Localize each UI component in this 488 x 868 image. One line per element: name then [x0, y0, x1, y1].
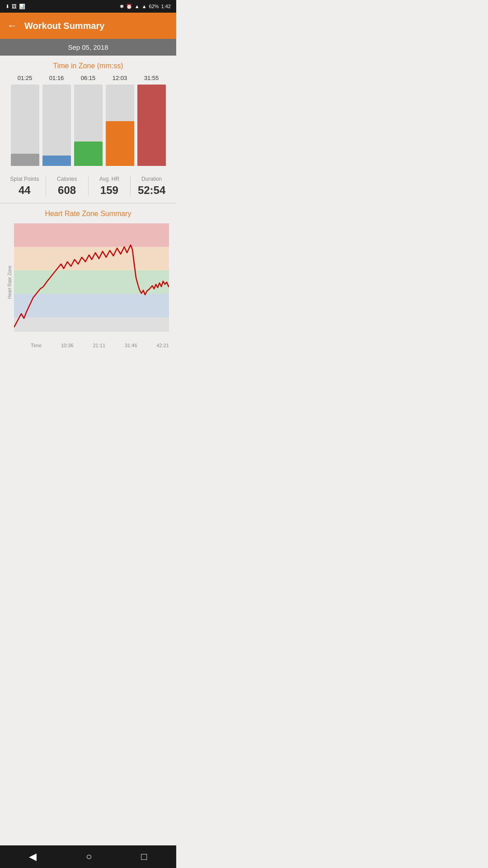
status-left-icons: ⬇ 🖼 📊: [5, 4, 25, 9]
y-axis-label: Heart Rate Zone: [7, 228, 12, 336]
status-right-icons: ✱ ⏰ ▲ ▲ 62% 1:42: [120, 4, 171, 9]
avg-hr-label: Avg. HR: [99, 176, 119, 182]
x-label-4221: 42:21: [156, 343, 169, 348]
zone5-bar: 31:55: [137, 85, 166, 166]
avg-hr-value: 159: [100, 184, 118, 197]
zone3-bar: 06:15: [74, 85, 103, 166]
zone2-fill: [42, 156, 71, 166]
x-axis-labels: Time 10:36 21:11 31:46 42:21: [20, 341, 169, 350]
splat-points-stat: Splat Points 44: [4, 176, 46, 197]
back-button[interactable]: ←: [7, 20, 17, 32]
zone1-label: 01:25: [11, 75, 39, 81]
zone2-bar: 01:16: [42, 85, 71, 166]
zone1-bar: 01:25: [11, 85, 39, 166]
bluetooth-icon: ✱: [120, 4, 124, 9]
zone5-label: 31:55: [137, 75, 166, 81]
alarm-icon: ⏰: [126, 4, 132, 9]
bar-chart: 01:25 01:16 06:15 12:03: [7, 75, 169, 166]
wifi-icon: ▲: [135, 4, 140, 9]
battery-label: 62%: [149, 4, 159, 9]
zone2-label: 01:16: [42, 75, 71, 81]
splat-points-value: 44: [19, 184, 31, 197]
chart-icon: 📊: [19, 4, 25, 9]
time-label: 1:42: [161, 4, 171, 9]
zone5-fill: [137, 85, 166, 166]
x-label-3146: 31:46: [125, 343, 137, 348]
calories-stat: Calories 608: [46, 176, 88, 197]
zone3-fill: [74, 142, 103, 166]
hr-zone-section: Heart Rate Zone Summary Heart Rate Zone …: [0, 203, 176, 352]
image-icon: 🖼: [12, 4, 17, 9]
x-label-1036: 10:36: [61, 343, 74, 348]
hr-chart-svg: [14, 223, 169, 341]
svg-rect-3: [14, 294, 169, 317]
splat-points-label: Splat Points: [10, 176, 39, 182]
zone4-bar: 12:03: [106, 85, 134, 166]
avg-hr-stat: Avg. HR 159: [89, 176, 131, 197]
stats-row: Splat Points 44 Calories 608 Avg. HR 159…: [0, 170, 176, 203]
zone4-label: 12:03: [106, 75, 134, 81]
x-label-2111: 21:11: [93, 343, 105, 348]
x-label-time: Time: [31, 343, 42, 348]
page-title: Workout Summary: [24, 21, 104, 31]
header: ← Workout Summary: [0, 13, 176, 39]
time-in-zone-section: Time in Zone (mm:ss) 01:25 01:16 06:15: [0, 56, 176, 170]
zone1-fill: [11, 154, 39, 166]
date-bar: Sep 05, 2018: [0, 39, 176, 56]
duration-stat: Duration 52:54: [131, 176, 173, 197]
status-bar: ⬇ 🖼 📊 ✱ ⏰ ▲ ▲ 62% 1:42: [0, 0, 176, 13]
duration-value: 52:54: [138, 184, 165, 197]
signal-icon: ▲: [142, 4, 147, 9]
hr-zone-title: Heart Rate Zone Summary: [7, 210, 169, 218]
hr-chart-area: Heart Rate Zone: [7, 223, 169, 341]
time-in-zone-title: Time in Zone (mm:ss): [7, 62, 169, 70]
download-icon: ⬇: [5, 4, 9, 9]
svg-rect-0: [14, 223, 169, 247]
zone3-label: 06:15: [74, 75, 103, 81]
calories-value: 608: [58, 184, 76, 197]
workout-date: Sep 05, 2018: [68, 43, 108, 51]
calories-label: Calories: [57, 176, 77, 182]
svg-rect-2: [14, 270, 169, 294]
duration-label: Duration: [141, 176, 162, 182]
zone4-fill: [106, 121, 134, 166]
svg-rect-4: [14, 317, 169, 332]
